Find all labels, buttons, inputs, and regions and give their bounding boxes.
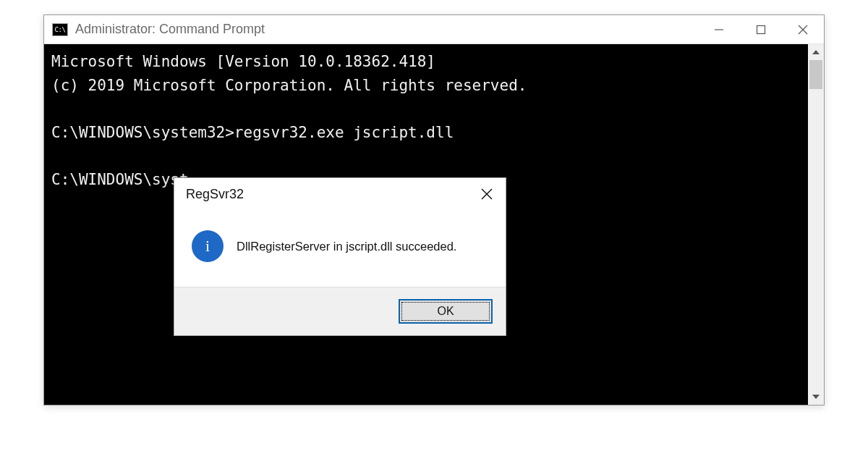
svg-rect-1 bbox=[757, 25, 765, 33]
regsvr32-dialog: RegSvr32 i DllRegisterServer in jscript.… bbox=[174, 177, 506, 336]
window-title: Administrator: Command Prompt bbox=[75, 22, 698, 37]
scrollbar[interactable] bbox=[808, 44, 824, 405]
titlebar[interactable]: C:\ Administrator: Command Prompt bbox=[44, 15, 824, 44]
maximize-button[interactable] bbox=[740, 15, 782, 43]
dialog-message: DllRegisterServer in jscript.dll succeed… bbox=[237, 240, 456, 253]
scroll-track[interactable] bbox=[808, 60, 824, 389]
dialog-footer: OK bbox=[174, 287, 506, 335]
scroll-down-button[interactable] bbox=[808, 389, 824, 405]
dialog-body: i DllRegisterServer in jscript.dll succe… bbox=[174, 210, 506, 287]
console-line-version: Microsoft Windows [Version 10.0.18362.41… bbox=[51, 53, 435, 70]
dialog-title: RegSvr32 bbox=[186, 187, 468, 202]
window-controls bbox=[698, 15, 824, 43]
ok-button[interactable]: OK bbox=[399, 299, 493, 324]
close-icon bbox=[480, 188, 493, 201]
chevron-up-icon bbox=[812, 50, 820, 54]
minimize-button[interactable] bbox=[698, 15, 740, 43]
info-icon: i bbox=[192, 230, 224, 262]
scroll-thumb[interactable] bbox=[809, 60, 822, 89]
dialog-close-button[interactable] bbox=[468, 178, 506, 210]
close-icon bbox=[797, 24, 809, 35]
maximize-icon bbox=[756, 25, 766, 35]
app-icon: C:\ bbox=[52, 23, 68, 36]
close-button[interactable] bbox=[782, 15, 824, 43]
console-line-copyright: (c) 2019 Microsoft Corporation. All righ… bbox=[51, 77, 527, 94]
scroll-up-button[interactable] bbox=[808, 44, 824, 60]
dialog-titlebar[interactable]: RegSvr32 bbox=[174, 178, 506, 210]
minimize-icon bbox=[714, 25, 724, 35]
chevron-down-icon bbox=[812, 395, 820, 399]
console-line-prompt2: C:\WINDOWS\syst bbox=[51, 171, 189, 188]
console-line-prompt1: C:\WINDOWS\system32>regsvr32.exe jscript… bbox=[51, 124, 454, 141]
